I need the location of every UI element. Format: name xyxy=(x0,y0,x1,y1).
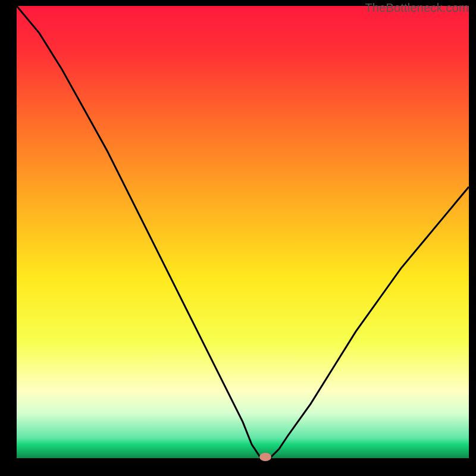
bottleneck-chart xyxy=(0,0,476,476)
chart-container: { "attribution": "TheBottleneck.com", "c… xyxy=(0,0,476,476)
optimum-marker xyxy=(259,453,271,461)
plot-area xyxy=(17,6,469,458)
attribution-text: TheBottleneck.com xyxy=(365,1,469,15)
